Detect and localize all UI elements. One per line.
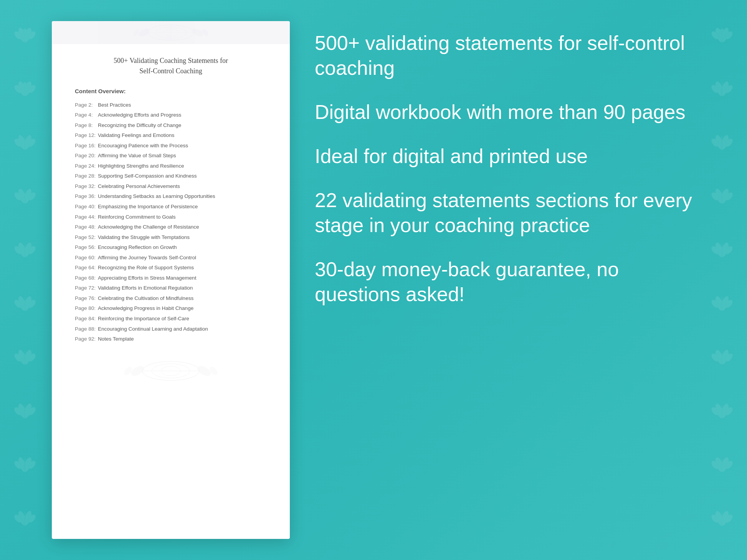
toc-title: Encouraging Continual Learning and Adapt… [98,326,208,332]
toc-page-number: Page 12: [75,132,98,139]
toc-title: Validating Efforts in Emotional Regulati… [98,285,193,291]
document-card: 500+ Validating Coaching Statements for … [52,21,290,539]
toc-page-number: Page 2: [75,102,98,109]
table-of-contents-item: Page 64: Recognizing the Role of Support… [75,263,267,273]
toc-title: Reinforcing the Importance of Self-Care [98,316,189,321]
toc-page-number: Page 28: [75,173,98,180]
toc-page-number: Page 40: [75,203,98,210]
toc-title: Validating the Struggle with Temptations [98,234,190,240]
toc-page-number: Page 92: [75,336,98,343]
toc-page-number: Page 4: [75,112,98,119]
table-of-contents-item: Page 80: Acknowledging Progress in Habit… [75,303,267,314]
table-of-contents-item: Page 92: Notes Template [75,334,267,344]
toc-page-number: Page 56: [75,244,98,251]
feature-item-2: Ideal for digital and printed use [315,144,693,169]
document-title: 500+ Validating Coaching Statements for … [75,56,267,76]
toc-title: Supporting Self-Compassion and Kindness [98,173,197,179]
features-panel: 500+ validating statements for self-cont… [315,31,693,307]
table-of-contents-item: Page 88: Encouraging Continual Learning … [75,324,267,334]
table-of-contents-item: Page 24: Highlighting Strengths and Resi… [75,161,267,171]
table-of-contents-item: Page 76: Celebrating the Cultivation of … [75,293,267,303]
toc-title: Recognizing the Role of Support Systems [98,265,194,270]
doc-top-decoration [52,21,290,44]
table-of-contents-item: Page 12: Validating Feelings and Emotion… [75,130,267,141]
toc-page-number: Page 88: [75,326,98,333]
feature-item-1: Digital workbook with more than 90 pages [315,100,693,125]
table-of-contents-item: Page 52: Validating the Struggle with Te… [75,232,267,242]
table-of-contents-item: Page 28: Supporting Self-Compassion and … [75,171,267,181]
toc-title: Notes Template [98,336,134,342]
toc-page-number: Page 60: [75,254,98,261]
feature-item-4: 30-day money-back guarantee, no question… [315,257,693,307]
toc-title: Affirming the Value of Small Steps [98,153,176,158]
toc-page-number: Page 52: [75,234,98,241]
overview-label: Content Overview: [75,88,267,94]
toc-page-number: Page 48: [75,224,98,231]
toc-title: Encouraging Reflection on Growth [98,244,177,250]
toc-title: Best Practices [98,102,131,108]
toc-page-number: Page 76: [75,295,98,302]
toc-title: Acknowledging Efforts and Progress [98,112,181,118]
toc-title: Highlighting Strengths and Resilience [98,163,184,169]
table-of-contents-item: Page 60: Affirming the Journey Towards S… [75,252,267,263]
toc-page-number: Page 44: [75,214,98,221]
toc-title: Understanding Setbacks as Learning Oppor… [98,193,215,199]
doc-bottom-decoration [52,359,290,382]
table-of-contents-item: Page 2: Best Practices [75,100,267,110]
toc-page-number: Page 8: [75,122,98,129]
toc-page-number: Page 32: [75,183,98,190]
table-of-contents-item: Page 40: Emphasizing the Importance of P… [75,201,267,212]
toc-title: Appreciating Efforts in Stress Managemen… [98,275,196,281]
doc-content-area: 500+ Validating Coaching Statements for … [52,44,290,356]
doc-title-line1: 500+ Validating Coaching Statements for [114,57,228,64]
table-of-contents-item: Page 8: Recognizing the Difficulty of Ch… [75,120,267,130]
toc-page-number: Page 16: [75,142,98,149]
floral-left-border [0,0,50,560]
toc-title: Acknowledging Progress in Habit Change [98,305,193,311]
table-of-contents-item: Page 48: Acknowledging the Challenge of … [75,222,267,232]
toc-title: Celebrating Personal Achievements [98,183,180,189]
toc-title: Validating Feelings and Emotions [98,132,174,138]
doc-title-line2: Self-Control Coaching [139,67,202,75]
table-of-contents-item: Page 32: Celebrating Personal Achievemen… [75,181,267,191]
toc-title: Emphasizing the Importance of Persistenc… [98,204,198,209]
toc-page-number: Page 24: [75,163,98,170]
table-of-contents-item: Page 44: Reinforcing Commitment to Goals [75,212,267,222]
floral-right-border [697,0,747,560]
table-of-contents-item: Page 4: Acknowledging Efforts and Progre… [75,110,267,120]
toc-title: Celebrating the Cultivation of Mindfulne… [98,295,193,301]
feature-item-0: 500+ validating statements for self-cont… [315,31,693,81]
toc-title: Acknowledging the Challenge of Resistanc… [98,224,199,230]
toc-page-number: Page 72: [75,285,98,292]
table-of-contents-item: Page 56: Encouraging Reflection on Growt… [75,242,267,253]
toc-title: Recognizing the Difficulty of Change [98,122,181,128]
toc-page-number: Page 80: [75,305,98,312]
feature-item-3: 22 validating statements sections for ev… [315,188,693,238]
table-of-contents-item: Page 16: Encouraging Patience with the P… [75,140,267,151]
table-of-contents-item: Page 84: Reinforcing the Importance of S… [75,313,267,324]
table-of-contents: Page 2: Best PracticesPage 4: Acknowledg… [75,100,267,344]
toc-title: Encouraging Patience with the Process [98,143,188,148]
toc-page-number: Page 64: [75,264,98,271]
table-of-contents-item: Page 72: Validating Efforts in Emotional… [75,283,267,293]
table-of-contents-item: Page 68: Appreciating Efforts in Stress … [75,273,267,283]
table-of-contents-item: Page 36: Understanding Setbacks as Learn… [75,191,267,202]
toc-page-number: Page 84: [75,315,98,322]
toc-page-number: Page 68: [75,275,98,282]
toc-page-number: Page 36: [75,193,98,200]
table-of-contents-item: Page 20: Affirming the Value of Small St… [75,151,267,161]
toc-title: Affirming the Journey Towards Self-Contr… [98,255,196,260]
toc-title: Reinforcing Commitment to Goals [98,214,176,220]
toc-page-number: Page 20: [75,152,98,159]
